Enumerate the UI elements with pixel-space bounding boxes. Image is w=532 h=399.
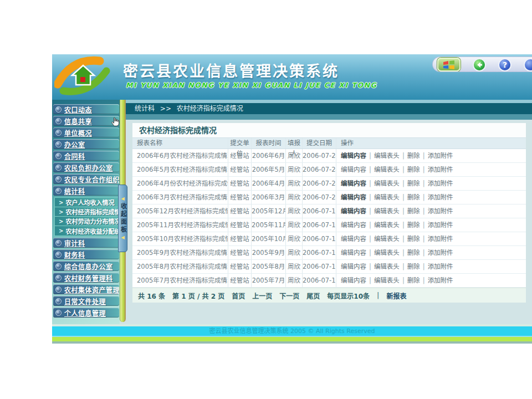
action-edit-content[interactable]: 编辑内容 <box>341 193 366 201</box>
action-add-attachment[interactable]: 添加附件 <box>428 263 453 270</box>
cell-report-name[interactable]: 2006年4月份农村经济指标完成情况报表 <box>132 177 228 190</box>
action-add-attachment[interactable]: 添加附件 <box>428 249 453 257</box>
action-delete[interactable]: 删除 <box>407 277 420 284</box>
action-add-attachment[interactable]: 添加附件 <box>428 180 453 187</box>
action-edit-content[interactable]: 编辑内容 <box>341 249 366 257</box>
action-edit-header[interactable]: 编辑表头 <box>374 263 400 270</box>
cell-filler: 周欣 <box>285 177 302 190</box>
action-add-attachment[interactable]: 添加附件 <box>428 152 453 160</box>
sidebar-item-11[interactable]: 农村财务管理科 <box>53 273 119 283</box>
action-delete[interactable]: 删除 <box>407 221 420 229</box>
sidebar-item-2[interactable]: 单位概况 <box>53 127 119 137</box>
cell-actions: 编辑内容|编辑表头|删除|添加附件 <box>336 191 526 204</box>
menu-bullet-icon <box>55 176 62 182</box>
cell-submit-date: 2006-07-10 <box>302 246 336 259</box>
back-button[interactable] <box>473 58 486 71</box>
sidebar-menu-item-label: 农民负担办公室 <box>64 163 113 172</box>
action-edit-header[interactable]: 编辑表头 <box>374 193 400 201</box>
pagination-prev-link[interactable]: 上一页 <box>252 291 272 300</box>
action-separator: | <box>423 180 425 187</box>
sidebar-item-14[interactable]: 个人信息管理 <box>53 308 119 318</box>
action-edit-header[interactable]: 编辑表头 <box>374 166 400 173</box>
action-separator: | <box>423 263 425 270</box>
action-edit-header[interactable]: 编辑表头 <box>374 277 400 284</box>
help-button[interactable]: ? <box>498 58 511 71</box>
sidebar-subitem-0[interactable]: > 农户人均收入情况 <box>55 198 118 207</box>
start-button[interactable] <box>437 58 461 71</box>
sidebar-item-13[interactable]: 日常文件处理 <box>53 296 119 306</box>
action-edit-content[interactable]: 编辑内容 <box>341 263 366 270</box>
action-edit-content[interactable]: 编辑内容 <box>341 221 366 229</box>
action-delete[interactable]: 删除 <box>407 152 420 160</box>
action-delete[interactable]: 删除 <box>407 263 420 270</box>
action-edit-content[interactable]: 编辑内容 <box>341 180 366 187</box>
sidebar-item-4[interactable]: 合同科 <box>53 151 119 161</box>
cell-submit-date: 2006-07-10 <box>302 218 336 232</box>
sidebar-subitem-3[interactable]: > 农村经济收益分配统计 <box>55 226 118 236</box>
info-button-clipped[interactable] <box>524 58 532 71</box>
pagination-last-link[interactable]: 尾页 <box>306 291 320 300</box>
sidebar-menu-item-label: 信息共享 <box>64 116 92 126</box>
cell-report-period: 2005年7月 <box>251 274 285 287</box>
breadcrumb-bottom-strip <box>126 114 532 120</box>
action-edit-header[interactable]: 编辑表头 <box>374 207 400 215</box>
cell-report-name[interactable]: 2005年9月农村经济指标完成情况统计报表 <box>132 246 228 259</box>
sidebar-item-8[interactable]: 审计科 <box>53 238 119 248</box>
action-delete[interactable]: 删除 <box>407 166 420 173</box>
cell-report-name[interactable]: 2005年8月农村经济指标完成情况统计报表 <box>132 260 228 273</box>
sidebar-subitem-2[interactable]: > 农村劳动力分布情况 <box>55 217 118 226</box>
action-edit-header[interactable]: 编辑表头 <box>374 235 400 243</box>
action-edit-header[interactable]: 编辑表头 <box>374 221 400 229</box>
cell-report-name[interactable]: 2005年11月农村经济指标完成情况统计报表 <box>132 218 228 232</box>
sidebar-item-7[interactable]: 统计科 <box>53 186 119 196</box>
collapse-panel-tab[interactable]: ◀ 收起面板 ◀ <box>118 185 127 252</box>
sidebar-item-3[interactable]: 办公室 <box>53 139 119 149</box>
action-add-attachment[interactable]: 添加附件 <box>428 166 453 173</box>
cell-report-name[interactable]: 2005年12月农村经济指标完成情况统计报表 <box>132 204 228 218</box>
action-add-attachment[interactable]: 添加附件 <box>428 207 453 215</box>
action-delete[interactable]: 删除 <box>407 207 420 215</box>
action-edit-content[interactable]: 编辑内容 <box>341 166 366 173</box>
action-edit-header[interactable]: 编辑表头 <box>374 249 400 257</box>
sidebar-item-9[interactable]: 财务科 <box>53 249 119 259</box>
pagination-next-link[interactable]: 下一页 <box>279 291 299 300</box>
action-edit-header[interactable]: 编辑表头 <box>374 180 400 187</box>
column-header-1: 提交单位 <box>228 138 251 149</box>
cell-report-name[interactable]: 2005年10月农村经济指标完成情况统计报表 <box>132 232 228 245</box>
cell-report-name[interactable]: 2006年5月农村经济指标完成情况统计表 <box>132 163 228 176</box>
cell-report-name[interactable]: 2006年3月农村经济指标完成情况统计表 <box>132 191 228 204</box>
header: 密云县农业信息管理决策系统 MI YUN XIAN NONG YE XIN XI… <box>52 54 532 100</box>
action-separator: | <box>402 263 405 270</box>
sidebar-item-1[interactable]: 信息共享 <box>53 116 119 126</box>
pagination-divider: | <box>377 291 379 299</box>
action-delete[interactable]: 删除 <box>407 180 420 187</box>
sidebar-submenu-item-label: 农村经济指标完成情况 <box>65 207 118 216</box>
action-add-attachment[interactable]: 添加附件 <box>428 235 453 243</box>
cell-submit-date: 2006-07-10 <box>302 204 336 218</box>
action-delete[interactable]: 删除 <box>407 193 420 201</box>
action-edit-content[interactable]: 编辑内容 <box>341 235 366 243</box>
action-edit-header[interactable]: 编辑表头 <box>374 152 400 160</box>
sidebar-submenu: > 农户人均收入情况 > 农村经济指标完成情况 > 农村劳动力分布情况 > 农村… <box>54 197 119 236</box>
sidebar-subitem-1[interactable]: > 农村经济指标完成情况 <box>55 207 118 217</box>
sidebar-item-0[interactable]: 农口动态 <box>53 104 119 114</box>
action-separator: | <box>402 235 405 243</box>
action-add-attachment[interactable]: 添加附件 <box>428 193 453 201</box>
action-add-attachment[interactable]: 添加附件 <box>428 221 453 229</box>
action-edit-content[interactable]: 编辑内容 <box>341 207 366 215</box>
action-separator: | <box>402 180 405 187</box>
action-delete[interactable]: 删除 <box>407 249 420 257</box>
action-delete[interactable]: 删除 <box>407 235 420 243</box>
action-add-attachment[interactable]: 添加附件 <box>428 277 453 284</box>
cell-submit-date: 2006-07-24 <box>302 149 336 162</box>
sidebar-item-6[interactable]: 农民专业合作组织科 <box>53 174 119 184</box>
action-edit-content[interactable]: 编辑内容 <box>341 277 366 284</box>
pagination-first-link[interactable]: 首页 <box>232 291 245 300</box>
sidebar-item-12[interactable]: 农村集体资产管理科 <box>53 284 119 294</box>
action-edit-content[interactable]: 编辑内容 <box>341 152 366 160</box>
sidebar-item-10[interactable]: 综合信息办公室 <box>53 261 119 271</box>
new-report-link[interactable]: 新报表 <box>386 291 406 300</box>
cell-report-name[interactable]: 2005年7月农村经济指标完成情况统计报表 <box>132 274 228 287</box>
cell-report-name[interactable]: 2006年6月农村经济指标完成情况统计表 <box>132 149 228 162</box>
sidebar-item-5[interactable]: 农民负担办公室 <box>53 162 119 172</box>
